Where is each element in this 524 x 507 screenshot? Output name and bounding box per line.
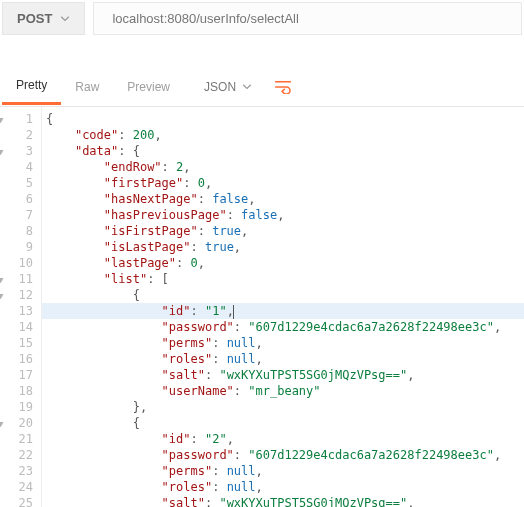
line-number: 14 — [0, 319, 33, 335]
code-line[interactable]: "list": [ — [42, 271, 524, 287]
wrap-lines-icon[interactable] — [274, 80, 292, 94]
code-line[interactable]: }, — [42, 399, 524, 415]
code-line[interactable]: "password": "607d1229e4cdac6a7a2628f2249… — [42, 319, 524, 335]
code-line[interactable]: "code": 200, — [42, 127, 524, 143]
line-number: 2 — [0, 127, 33, 143]
code-line[interactable]: "firstPage": 0, — [42, 175, 524, 191]
line-number: 13 — [0, 303, 33, 319]
code-line[interactable]: "perms": null, — [42, 463, 524, 479]
line-number: 19 — [0, 399, 33, 415]
body-format-dropdown[interactable]: JSON — [198, 76, 258, 98]
line-number: 10 — [0, 255, 33, 271]
line-number: 15 — [0, 335, 33, 351]
code-line[interactable]: { — [42, 111, 524, 127]
fold-toggle-icon[interactable]: ▼ — [0, 272, 3, 288]
line-number: 17 — [0, 367, 33, 383]
code-line[interactable]: "isLastPage": true, — [42, 239, 524, 255]
code-line[interactable]: "data": { — [42, 143, 524, 159]
code-line[interactable]: "hasNextPage": false, — [42, 191, 524, 207]
line-number: 7 — [0, 207, 33, 223]
line-number: 18 — [0, 383, 33, 399]
line-number: 11▼ — [0, 271, 33, 287]
line-number: 6 — [0, 191, 33, 207]
line-number: 4 — [0, 159, 33, 175]
code-line[interactable]: "salt": "wxKYXuTPST5SG0jMQzVPsg==", — [42, 495, 524, 507]
line-number: 22 — [0, 447, 33, 463]
code-line[interactable]: "userName": "mr_beany" — [42, 383, 524, 399]
fold-toggle-icon[interactable]: ▼ — [0, 416, 3, 432]
fold-toggle-icon[interactable]: ▼ — [0, 288, 3, 304]
code-line[interactable]: "id": "2", — [42, 431, 524, 447]
line-gutter: 1▼23▼4567891011▼12▼1314151617181920▼2122… — [0, 107, 42, 507]
tab-pretty[interactable]: Pretty — [2, 68, 61, 105]
line-number: 16 — [0, 351, 33, 367]
response-tabs: Pretty Raw Preview JSON — [0, 67, 524, 107]
chevron-down-icon — [242, 84, 252, 90]
method-dropdown[interactable]: POST — [2, 2, 85, 35]
fold-toggle-icon[interactable]: ▼ — [0, 144, 3, 160]
code-line[interactable]: { — [42, 415, 524, 431]
line-number: 20▼ — [0, 415, 33, 431]
tab-preview[interactable]: Preview — [113, 70, 184, 104]
line-number: 3▼ — [0, 143, 33, 159]
tab-raw[interactable]: Raw — [61, 70, 113, 104]
line-number: 5 — [0, 175, 33, 191]
code-line[interactable]: "endRow": 2, — [42, 159, 524, 175]
fold-toggle-icon[interactable]: ▼ — [0, 112, 3, 128]
url-input[interactable] — [93, 2, 522, 35]
code-line[interactable]: "roles": null, — [42, 479, 524, 495]
line-number: 1▼ — [0, 111, 33, 127]
code-line[interactable]: "hasPreviousPage": false, — [42, 207, 524, 223]
response-body[interactable]: 1▼23▼4567891011▼12▼1314151617181920▼2122… — [0, 107, 524, 507]
code-line[interactable]: "id": "1", — [42, 303, 524, 319]
line-number: 24 — [0, 479, 33, 495]
code-line[interactable]: "perms": null, — [42, 335, 524, 351]
line-number: 25 — [0, 495, 33, 507]
code-line[interactable]: "lastPage": 0, — [42, 255, 524, 271]
line-number: 21 — [0, 431, 33, 447]
code-line[interactable]: "password": "607d1229e4cdac6a7a2628f2249… — [42, 447, 524, 463]
code-content[interactable]: { "code": 200, "data": { "endRow": 2, "f… — [42, 107, 524, 507]
method-label: POST — [17, 11, 52, 26]
separator — [0, 37, 524, 67]
code-line[interactable]: "isFirstPage": true, — [42, 223, 524, 239]
line-number: 9 — [0, 239, 33, 255]
body-format-label: JSON — [204, 80, 236, 94]
line-number: 8 — [0, 223, 33, 239]
text-caret — [233, 305, 234, 319]
code-line[interactable]: "roles": null, — [42, 351, 524, 367]
request-bar: POST — [0, 0, 524, 37]
code-line[interactable]: "salt": "wxKYXuTPST5SG0jMQzVPsg==", — [42, 367, 524, 383]
line-number: 12▼ — [0, 287, 33, 303]
line-number: 23 — [0, 463, 33, 479]
chevron-down-icon — [60, 16, 70, 22]
code-line[interactable]: { — [42, 287, 524, 303]
